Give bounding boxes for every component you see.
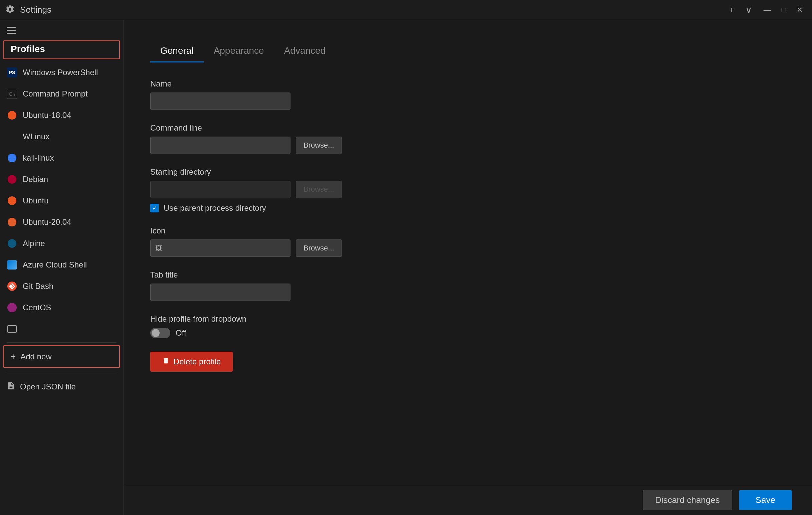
name-label: Name: [150, 79, 785, 88]
cmd-icon: C:\: [7, 88, 17, 99]
hide-profile-field-group: Hide profile from dropdown Off: [150, 314, 785, 338]
command-line-label: Command line: [150, 123, 785, 133]
json-icon: [7, 381, 16, 392]
wlinux-icon: [7, 131, 17, 142]
icon-input-row: 🖼 Browse...: [150, 239, 785, 257]
name-input[interactable]: [150, 92, 290, 110]
sidebar-item-alpine[interactable]: Alpine: [0, 233, 123, 254]
use-parent-process-label: Use parent process directory: [164, 203, 266, 213]
hamburger-button[interactable]: [0, 20, 123, 40]
settings-gear-icon: [5, 5, 16, 16]
sidebar-item-windows-powershell[interactable]: PS Windows PowerShell: [0, 62, 123, 83]
command-line-row: Browse...: [150, 137, 785, 154]
profiles-heading: Profiles: [3, 40, 120, 59]
add-new-label: Add new: [20, 352, 51, 361]
minimize-button[interactable]: —: [760, 4, 775, 16]
hamburger-line-3: [7, 33, 16, 34]
sidebar-divider: [7, 342, 117, 343]
delete-profile-label: Delete profile: [174, 357, 221, 366]
command-line-input[interactable]: [150, 137, 290, 154]
tab-title-label: Tab title: [150, 270, 785, 280]
icon-field-group: Icon 🖼 Browse...: [150, 226, 785, 257]
tab-title-input[interactable]: [150, 284, 290, 301]
sidebar-item-git-bash[interactable]: Git Bash: [0, 276, 123, 297]
discard-changes-button[interactable]: Discard changes: [643, 490, 732, 510]
ubuntu-1804-icon: [7, 110, 17, 120]
sidebar-item-debian[interactable]: Debian: [0, 169, 123, 190]
starting-directory-label: Starting directory: [150, 167, 785, 177]
icon-input-display[interactable]: 🖼: [150, 239, 290, 257]
powershell-icon: PS: [7, 67, 17, 78]
sidebar-item-ubuntu-2004[interactable]: Ubuntu-20.04: [0, 211, 123, 233]
sidebar-item-label: WLinux: [23, 132, 50, 141]
tab-advanced[interactable]: Advanced: [274, 40, 336, 62]
starting-directory-row: Browse...: [150, 181, 785, 198]
sidebar-item-ubuntu-1804[interactable]: Ubuntu-18.04: [0, 105, 123, 126]
hamburger-line-2: [7, 30, 16, 31]
window-controls: — □ ✕: [760, 4, 807, 16]
toggle-knob: [152, 329, 160, 337]
open-json-label: Open JSON file: [20, 382, 76, 392]
hide-profile-toggle-row: Off: [150, 327, 785, 338]
sidebar-item-label: Windows PowerShell: [23, 68, 98, 77]
ubuntu-icon: [7, 195, 17, 206]
sidebar-item-label: Alpine: [23, 239, 45, 248]
main-layout: Profiles PS Windows PowerShell C:\ Comma…: [0, 20, 812, 515]
add-new-button[interactable]: + Add new: [3, 345, 120, 368]
azure-icon: [7, 259, 17, 270]
sidebar-item-screen[interactable]: [0, 318, 123, 340]
tabs-container: General Appearance Advanced: [150, 40, 785, 62]
tab-general[interactable]: General: [150, 40, 204, 62]
sidebar-item-label: CentOS: [23, 303, 51, 312]
sidebar-item-label: Ubuntu-20.04: [23, 218, 71, 227]
command-line-browse-button[interactable]: Browse...: [296, 137, 342, 154]
sidebar-item-label: Azure Cloud Shell: [23, 260, 87, 269]
hide-profile-toggle[interactable]: [150, 327, 170, 338]
bottom-bar: Discard changes Save: [123, 485, 812, 515]
hide-profile-label: Hide profile from dropdown: [150, 314, 785, 324]
sidebar: Profiles PS Windows PowerShell C:\ Comma…: [0, 20, 123, 515]
sidebar-item-kali-linux[interactable]: kali-linux: [0, 147, 123, 169]
trash-icon: [162, 357, 170, 366]
sidebar-divider-2: [7, 373, 117, 373]
sidebar-item-label: Ubuntu: [23, 196, 49, 205]
name-field-group: Name: [150, 79, 785, 110]
icon-image-symbol: 🖼: [155, 245, 162, 252]
sidebar-item-azure-cloud-shell[interactable]: Azure Cloud Shell: [0, 254, 123, 276]
tab-title-field-group: Tab title: [150, 270, 785, 301]
sidebar-item-centos[interactable]: CentOS: [0, 297, 123, 318]
sidebar-item-wlinux[interactable]: WLinux: [0, 126, 123, 147]
sidebar-item-label: Debian: [23, 175, 48, 184]
app-title: Settings: [20, 5, 722, 15]
sidebar-item-command-prompt[interactable]: C:\ Command Prompt: [0, 83, 123, 105]
debian-icon: [7, 174, 17, 185]
sidebar-item-ubuntu[interactable]: Ubuntu: [0, 190, 123, 211]
starting-directory-field-group: Starting directory Browse... ✓ Use paren…: [150, 167, 785, 213]
save-button[interactable]: Save: [739, 490, 792, 510]
starting-directory-browse-button: Browse...: [296, 181, 342, 198]
use-parent-process-checkbox[interactable]: ✓: [150, 204, 159, 212]
screen-icon: [7, 324, 17, 334]
icon-browse-button[interactable]: Browse...: [296, 239, 342, 257]
new-tab-button[interactable]: +: [726, 3, 737, 17]
delete-profile-button[interactable]: Delete profile: [150, 352, 233, 372]
content-area: General Appearance Advanced Name Command…: [123, 20, 812, 515]
git-icon: [7, 281, 17, 292]
command-line-field-group: Command line Browse...: [150, 123, 785, 154]
sidebar-item-label: Command Prompt: [23, 89, 88, 98]
starting-directory-input[interactable]: [150, 181, 290, 198]
tab-appearance[interactable]: Appearance: [204, 40, 274, 62]
open-json-button[interactable]: Open JSON file: [0, 376, 123, 397]
maximize-button[interactable]: □: [778, 4, 790, 16]
title-bar: Settings + ∨ — □ ✕: [0, 0, 812, 20]
toggle-state-label: Off: [176, 328, 186, 338]
content-scrollable: General Appearance Advanced Name Command…: [123, 20, 812, 485]
use-parent-process-row: ✓ Use parent process directory: [150, 203, 785, 213]
ubuntu-2004-icon: [7, 217, 17, 227]
kali-icon: [7, 153, 17, 163]
close-button[interactable]: ✕: [793, 4, 807, 16]
tab-chevron-button[interactable]: ∨: [742, 3, 756, 17]
sidebar-item-label: Git Bash: [23, 282, 53, 291]
checkmark-icon: ✓: [152, 204, 157, 212]
centos-icon: [7, 302, 17, 313]
